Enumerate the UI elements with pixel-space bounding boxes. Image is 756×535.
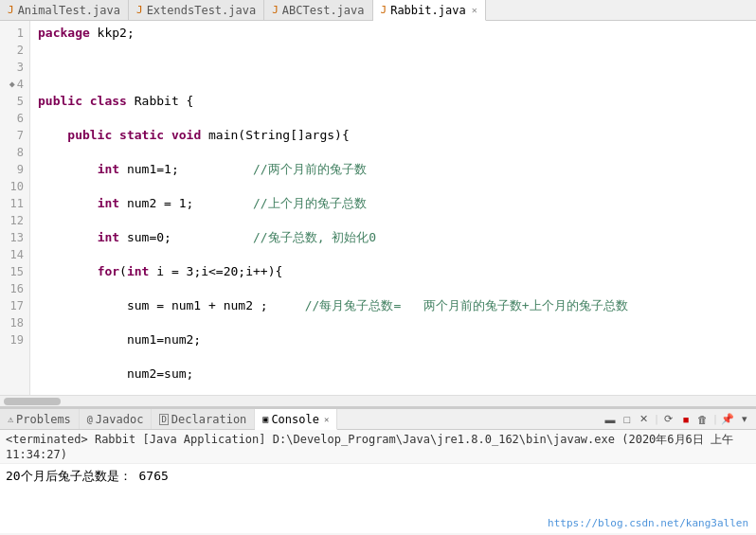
tab-animaltest[interactable]: J AnimalTest.java <box>0 0 129 20</box>
horizontal-scrollbar[interactable] <box>0 395 756 406</box>
java-file-icon-2: J <box>136 4 143 16</box>
panel-tab-problems[interactable]: ⚠ Problems <box>0 409 80 429</box>
panel-tab-label-console: Console <box>271 413 319 426</box>
code-area: 1 2 3 ◆4 5 6 7 8 9 10 11 12 13 14 15 16 … <box>0 21 756 395</box>
view-menu-button[interactable]: ▾ <box>737 412 752 427</box>
tab-rabbit[interactable]: J Rabbit.java ✕ <box>373 0 486 21</box>
console-icon: ▣ <box>262 414 268 424</box>
panel-tab-javadoc[interactable]: @ Javadoc <box>80 409 153 429</box>
tab-label-2: ExtendsTest.java <box>147 4 257 17</box>
panel-tab-label-javadoc: Javadoc <box>96 413 144 426</box>
minimize-panel-button[interactable]: ▬ <box>603 412 618 427</box>
tab-label-1: AnimalTest.java <box>18 4 120 17</box>
editor-container: J AnimalTest.java J ExtendsTest.java J A… <box>0 0 756 407</box>
tab-label-3: ABCTest.java <box>282 4 365 17</box>
code-editor[interactable]: package kkp2; public class Rabbit { publ… <box>30 21 756 395</box>
problems-icon: ⚠ <box>8 414 13 424</box>
watermark: https://blog.csdn.net/kang3allen <box>548 517 748 529</box>
panel-tab-console[interactable]: ▣ Console ✕ <box>255 409 337 430</box>
tab-bar: J AnimalTest.java J ExtendsTest.java J A… <box>0 0 756 21</box>
line-numbers: 1 2 3 ◆4 5 6 7 8 9 10 11 12 13 14 15 16 … <box>0 21 30 395</box>
scrollbar-thumb[interactable] <box>4 398 61 405</box>
output-text: 20个月后兔子总数是： 6765 <box>6 469 169 483</box>
panel-tab-label-declaration: Declaration <box>171 413 246 426</box>
tab-extendstest[interactable]: J ExtendsTest.java <box>129 0 264 20</box>
separator: | <box>654 414 659 424</box>
clear-button[interactable]: 🗑 <box>695 412 711 427</box>
tab-spacer <box>337 409 599 429</box>
javadoc-icon: @ <box>87 414 93 424</box>
java-file-icon-1: J <box>8 4 14 16</box>
separator2: | <box>712 414 718 424</box>
terminated-line: <terminated> Rabbit [Java Application] D… <box>0 430 756 464</box>
java-file-icon-4: J <box>381 4 387 16</box>
panel-tab-label-problems: Problems <box>16 413 71 426</box>
tab-label-4: Rabbit.java <box>390 4 465 17</box>
pin-button[interactable]: 📌 <box>720 412 735 427</box>
scroll-lock-button[interactable]: ⟳ <box>661 412 676 427</box>
maximize-panel-button[interactable]: □ <box>620 412 635 427</box>
terminated-text: <terminated> Rabbit [Java Application] D… <box>6 433 733 461</box>
tab-close-icon[interactable]: ✕ <box>472 5 477 15</box>
panel-toolbar-right: ▬ □ ✕ | ⟳ ■ 🗑 | 📌 ▾ <box>599 409 756 429</box>
close-panel-button[interactable]: ✕ <box>637 412 652 427</box>
panel-tab-bar: ⚠ Problems @ Javadoc D Declaration ▣ Con… <box>0 409 756 430</box>
panel-tab-declaration[interactable]: D Declaration <box>152 409 255 429</box>
stop-button[interactable]: ■ <box>678 412 693 427</box>
declaration-icon: D <box>159 414 168 425</box>
tab-abctest[interactable]: J ABCTest.java <box>264 0 372 20</box>
console-tab-close-indicator: ✕ <box>324 415 329 424</box>
bottom-panel: ⚠ Problems @ Javadoc D Declaration ▣ Con… <box>0 407 756 533</box>
java-file-icon-3: J <box>272 4 279 16</box>
